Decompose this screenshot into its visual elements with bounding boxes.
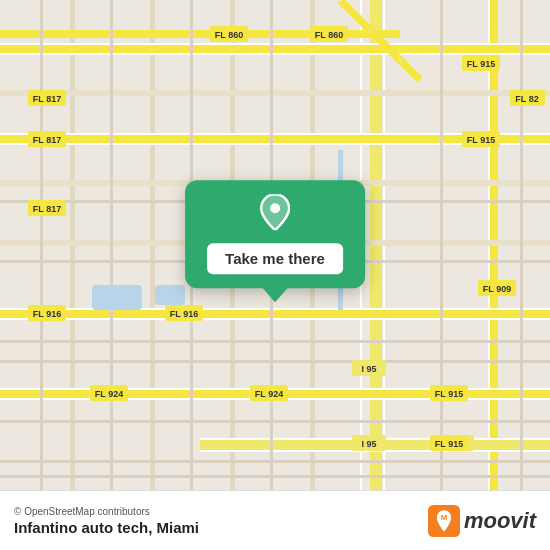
place-name: Infantino auto tech, Miami xyxy=(14,519,199,536)
take-me-there-button[interactable]: Take me there xyxy=(207,243,343,274)
svg-rect-40 xyxy=(0,475,550,478)
svg-rect-27 xyxy=(0,318,550,320)
svg-rect-41 xyxy=(40,0,43,490)
svg-rect-15 xyxy=(0,45,550,53)
svg-rect-16 xyxy=(0,43,550,45)
svg-rect-17 xyxy=(0,53,550,55)
svg-text:FL 915: FL 915 xyxy=(467,135,495,145)
svg-point-88 xyxy=(270,203,280,213)
svg-text:FL 915: FL 915 xyxy=(435,439,463,449)
svg-text:FL 82: FL 82 xyxy=(515,94,538,104)
svg-text:FL 916: FL 916 xyxy=(33,309,61,319)
moovit-logo: M moovit xyxy=(428,505,536,537)
place-info: © OpenStreetMap contributors Infantino a… xyxy=(14,506,199,536)
svg-rect-46 xyxy=(520,0,523,490)
svg-text:FL 915: FL 915 xyxy=(435,389,463,399)
svg-rect-50 xyxy=(92,285,142,310)
svg-text:I 95: I 95 xyxy=(361,439,376,449)
svg-rect-51 xyxy=(155,285,185,305)
svg-text:FL 860: FL 860 xyxy=(315,30,343,40)
moovit-icon: M xyxy=(428,505,460,537)
svg-rect-26 xyxy=(0,308,550,310)
svg-rect-42 xyxy=(110,0,113,490)
svg-text:FL 924: FL 924 xyxy=(255,389,283,399)
map-popup: Take me there xyxy=(185,180,365,288)
svg-text:FL 860: FL 860 xyxy=(215,30,243,40)
bottom-bar: © OpenStreetMap contributors Infantino a… xyxy=(0,490,550,550)
attribution: © OpenStreetMap contributors xyxy=(14,506,199,517)
svg-text:FL 924: FL 924 xyxy=(95,389,123,399)
location-pin-icon xyxy=(260,194,290,235)
svg-rect-38 xyxy=(0,420,550,423)
svg-text:FL 916: FL 916 xyxy=(170,309,198,319)
moovit-text: moovit xyxy=(464,508,536,534)
svg-rect-39 xyxy=(0,460,550,463)
svg-text:FL 817: FL 817 xyxy=(33,135,61,145)
svg-rect-45 xyxy=(440,0,443,490)
svg-rect-37 xyxy=(0,360,550,363)
svg-text:I 95: I 95 xyxy=(361,364,376,374)
popup-bubble: Take me there xyxy=(185,180,365,288)
svg-text:M: M xyxy=(441,513,448,522)
map-view: FL 860 FL 860 FL 817 FL 817 FL 817 FL 91… xyxy=(0,0,550,490)
svg-text:FL 817: FL 817 xyxy=(33,94,61,104)
svg-text:FL 909: FL 909 xyxy=(483,284,511,294)
svg-rect-25 xyxy=(0,310,550,318)
svg-text:FL 817: FL 817 xyxy=(33,204,61,214)
svg-rect-36 xyxy=(0,340,550,343)
svg-text:FL 915: FL 915 xyxy=(467,59,495,69)
svg-rect-18 xyxy=(0,90,550,96)
